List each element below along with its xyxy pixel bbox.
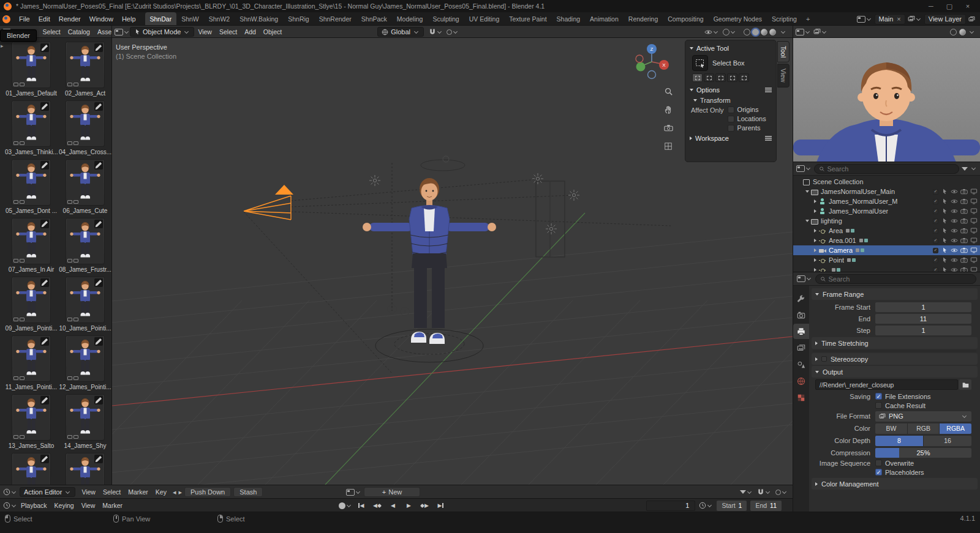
outliner-row[interactable]: lighting	[793, 216, 980, 226]
camera-gizmo[interactable]	[244, 185, 293, 220]
menu-item[interactable]: Select	[99, 485, 124, 499]
pose-thumbnail[interactable]	[12, 335, 51, 382]
select-mode-intersect-icon[interactable]	[739, 73, 749, 82]
selectable-icon[interactable]	[941, 257, 948, 263]
selectable-icon[interactable]	[941, 188, 948, 195]
menu-item[interactable]: Window	[85, 12, 118, 26]
proportional-editing-icon[interactable]	[447, 29, 459, 35]
pose-asset-card[interactable]: 08_James_Frustr...	[59, 218, 111, 273]
tool-properties-tab[interactable]	[793, 291, 809, 306]
outliner-row[interactable]: Area	[793, 226, 980, 236]
object-properties-tab[interactable]	[793, 390, 809, 405]
menu-item[interactable]: Marker	[99, 499, 126, 512]
select-mode-extend-icon[interactable]	[704, 73, 714, 82]
cache-result-checkbox[interactable]: Cache Result	[875, 402, 971, 409]
shading-mode-buttons[interactable]	[744, 29, 776, 35]
menu-item[interactable]: Catalog	[64, 26, 94, 38]
current-frame-field[interactable]: 1	[646, 501, 695, 511]
color-depth-option[interactable]: 8	[875, 436, 923, 446]
pose-thumbnail[interactable]	[12, 394, 51, 441]
filter-dropdown-icon[interactable]	[971, 166, 976, 170]
pan-hand-icon[interactable]	[663, 104, 674, 115]
workspace-tab[interactable]: ShnRig	[283, 12, 314, 26]
time-stretching-section[interactable]: Time Stretching	[812, 337, 978, 349]
pose-thumbnail[interactable]	[12, 277, 51, 323]
pose-asset-card[interactable]: 03_James_Thinki...	[5, 100, 58, 155]
filter-icon[interactable]	[962, 167, 968, 171]
pose-thumbnail[interactable]	[12, 453, 51, 485]
exclude-checkbox[interactable]	[933, 199, 938, 204]
expand-toggle-icon[interactable]	[812, 199, 818, 203]
render-visibility-icon[interactable]	[960, 208, 968, 214]
hide-eye-icon[interactable]	[951, 198, 958, 204]
viewport-visibility-icon[interactable]	[970, 218, 978, 224]
selectable-icon[interactable]	[941, 237, 948, 244]
stash-button[interactable]: Stash	[233, 487, 263, 497]
exclude-checkbox[interactable]	[933, 238, 938, 244]
browse-next-icon[interactable]: ▸	[178, 488, 182, 496]
pose-asset-card[interactable]: 09_James_Pointi...	[5, 277, 58, 332]
world-properties-tab[interactable]	[793, 373, 809, 389]
exclude-checkbox[interactable]	[933, 218, 938, 224]
browse-prev-icon[interactable]: ◂	[173, 488, 176, 496]
options-section[interactable]: Options	[690, 84, 772, 95]
render-properties-tab[interactable]	[793, 307, 809, 322]
pose-asset-card[interactable]: 02_James_Act	[59, 42, 111, 97]
render-visibility-icon[interactable]	[960, 198, 968, 204]
edit-pose-icon[interactable]	[94, 161, 103, 170]
viewport-visibility-icon[interactable]	[970, 247, 978, 253]
wireframe-shading-icon[interactable]	[744, 29, 750, 35]
hide-eye-icon[interactable]	[951, 218, 958, 224]
viewport-3d[interactable]: User Perspective (1) Scene Collection Z …	[112, 38, 793, 485]
pose-thumbnail[interactable]	[12, 42, 51, 88]
menu-item[interactable]: View	[78, 499, 99, 512]
expand-toggle-icon[interactable]	[812, 239, 818, 242]
scene-properties-tab[interactable]	[793, 357, 809, 372]
frame-start-field[interactable]: Start1	[717, 501, 747, 511]
output-section[interactable]: Output	[812, 366, 978, 378]
menu-item[interactable]: Key	[152, 485, 170, 499]
pose-asset-card[interactable]: 14_James_Shy	[59, 394, 111, 449]
expand-toggle-icon[interactable]	[812, 248, 818, 252]
preview-rendered-icon[interactable]	[959, 29, 966, 35]
hide-eye-icon[interactable]	[951, 247, 958, 253]
menu-item[interactable]: Render	[55, 12, 85, 26]
view-layer-properties-tab[interactable]	[793, 340, 809, 356]
select-mode-new-icon[interactable]	[692, 73, 703, 82]
search-input[interactable]	[827, 165, 954, 173]
viewport-visibility-icon[interactable]	[970, 208, 978, 214]
pose-asset-card[interactable]: 12_James_Pointi...	[59, 335, 111, 390]
prev-keyframe-button[interactable]: ◀	[370, 501, 384, 510]
pose-thumbnail[interactable]	[66, 277, 105, 323]
pose-thumbnail[interactable]	[66, 159, 105, 206]
scene-selector[interactable]: Main×	[875, 14, 905, 24]
edit-pose-icon[interactable]	[94, 220, 103, 228]
zoom-icon[interactable]	[663, 86, 674, 97]
edit-pose-icon[interactable]	[94, 455, 103, 463]
expand-toggle-icon[interactable]	[812, 209, 818, 213]
unlink-scene-icon[interactable]: ×	[897, 15, 900, 23]
viewport-visibility-icon[interactable]	[970, 198, 978, 204]
editor-type-icon[interactable]	[796, 29, 811, 35]
compression-slider[interactable]: 25%	[875, 448, 971, 458]
viewport-visibility-icon[interactable]	[970, 267, 978, 272]
selectable-icon[interactable]	[941, 218, 948, 224]
preview-options-icon[interactable]	[970, 29, 974, 33]
pose-thumbnail[interactable]	[66, 394, 105, 441]
selectable-icon[interactable]	[941, 228, 948, 234]
viewport-visibility-icon[interactable]	[970, 188, 978, 195]
menu-item[interactable]: Select	[216, 26, 241, 38]
workspace-tab[interactable]: ShnW2	[204, 12, 235, 26]
push-down-button[interactable]: Push Down	[184, 487, 231, 497]
outliner-row[interactable]: James_NormalUser_M	[793, 196, 980, 206]
outliner-row[interactable]	[793, 265, 980, 272]
workspace-menu-icon[interactable]	[765, 138, 772, 138]
show-gizmo-icon[interactable]	[704, 29, 719, 35]
menu-item[interactable]: Help	[118, 12, 140, 26]
color-management-section[interactable]: Color Management	[812, 478, 978, 490]
color-mode-option[interactable]: RGBA	[940, 423, 971, 434]
select-mode-invert-icon[interactable]	[727, 73, 737, 82]
blender-menu-icon[interactable]	[2, 15, 10, 23]
outliner-row[interactable]: Area.001	[793, 236, 980, 245]
workspace-tab[interactable]: ShnPack	[356, 12, 392, 26]
